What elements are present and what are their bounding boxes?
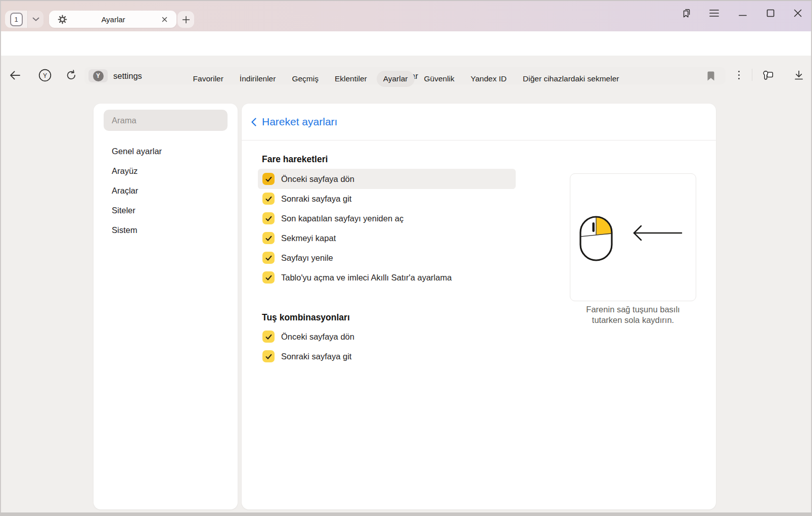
tab-count-badge: 1 xyxy=(10,13,23,26)
tab-counter-button[interactable]: 1 xyxy=(5,11,43,28)
check-icon xyxy=(265,196,273,202)
checkbox-checked[interactable] xyxy=(262,193,275,205)
check-icon xyxy=(265,255,273,261)
nav-item-favoriler[interactable]: Favoriler xyxy=(187,71,230,87)
gesture-row-tablo-akilli-satir[interactable]: Tablo'yu açma ve imleci Akıllı Satır'a a… xyxy=(258,267,516,288)
menu-icon xyxy=(709,9,719,18)
minimize-icon xyxy=(738,9,747,18)
mouse-wheel xyxy=(593,222,595,232)
menu-button[interactable] xyxy=(708,7,720,19)
close-icon xyxy=(162,17,167,22)
gesture-label: Sonraki sayfaya git xyxy=(281,194,351,204)
nav-item-ayarlar[interactable]: Ayarlar xyxy=(377,71,415,87)
checkbox-checked[interactable] xyxy=(262,331,275,343)
nav-item-diger-cihazlar[interactable]: Diğer cihazlardaki sekmeler xyxy=(516,71,625,87)
window-border-bottom xyxy=(0,512,812,516)
mouse-right-button-highlight xyxy=(596,217,611,235)
nav-item-gecmis[interactable]: Geçmiş xyxy=(285,71,325,87)
header-divider xyxy=(242,140,716,140)
back-to-settings-link[interactable]: Hareket ayarları xyxy=(251,114,337,130)
nav-item-eklentiler[interactable]: Eklentiler xyxy=(328,71,374,87)
tab-strip: 1 Ayarlar xyxy=(1,1,811,31)
tab-title: Ayarlar xyxy=(67,15,159,24)
new-tab-button[interactable] xyxy=(177,11,194,28)
sidebar-item-sistem[interactable]: Sistem xyxy=(94,220,238,240)
gesture-row-onceki-sayfaya-don[interactable]: Önceki sayfaya dön xyxy=(258,169,516,189)
side-panels-button[interactable] xyxy=(681,7,693,19)
browser-toolbar: Y Y settings Ayarlar xyxy=(1,31,811,56)
check-icon xyxy=(265,176,273,182)
checkbox-checked[interactable] xyxy=(262,173,275,185)
gesture-label: Sonraki sayfaya git xyxy=(281,352,351,361)
mouse-gesture-drawing xyxy=(570,174,696,301)
nav-item-yandex-id[interactable]: Yandex ID xyxy=(464,71,513,87)
key-combos-heading: Tuş kombinasyonları xyxy=(262,312,350,323)
caption-line-2: tutarken sola kaydırın. xyxy=(557,315,709,325)
panels-icon xyxy=(681,8,692,19)
mouse-gestures-heading: Fare hareketleri xyxy=(262,154,328,165)
maximize-icon xyxy=(766,9,775,18)
browser-window: 1 Ayarlar xyxy=(0,0,812,516)
gesture-row-sayfayi-yenile[interactable]: Sayfayı yenile xyxy=(258,248,516,268)
active-tab[interactable]: Ayarlar xyxy=(49,11,176,28)
checkbox-checked[interactable] xyxy=(262,350,275,362)
checkbox-checked[interactable] xyxy=(262,271,275,284)
check-icon xyxy=(265,235,273,242)
close-window-button[interactable] xyxy=(792,7,804,19)
chevron-down-icon xyxy=(32,17,39,21)
minimize-button[interactable] xyxy=(737,7,749,19)
tab-counter-segment[interactable]: 1 xyxy=(5,11,27,28)
chevron-left-icon xyxy=(251,118,256,126)
gesture-settings-panel: Hareket ayarları Fare hareketleri Önceki… xyxy=(242,104,716,509)
settings-nav: Favoriler İndirilenler Geçmiş Eklentiler… xyxy=(0,68,812,90)
checkbox-checked[interactable] xyxy=(262,252,275,264)
section-title: Hareket ayarları xyxy=(262,116,337,128)
check-icon xyxy=(265,334,273,340)
sidebar-item-arayuz[interactable]: Arayüz xyxy=(94,161,238,181)
search-box xyxy=(104,110,228,131)
gesture-illustration xyxy=(570,173,696,301)
gear-icon xyxy=(58,15,67,24)
gesture-label: Tablo'yu açma ve imleci Akıllı Satır'a a… xyxy=(281,273,452,283)
keycombo-row-sonraki-sayfaya-git[interactable]: Sonraki sayfaya git xyxy=(258,346,516,366)
check-icon xyxy=(265,353,273,360)
gesture-row-son-kapatilan[interactable]: Son kapatılan sayfayı yeniden aç xyxy=(258,208,516,228)
tab-close-button[interactable] xyxy=(159,14,169,24)
gesture-label: Sayfayı yenile xyxy=(281,253,333,263)
gesture-label: Sekmeyi kapat xyxy=(281,233,336,243)
close-icon xyxy=(793,9,802,18)
nav-item-guvenlik[interactable]: Güvenlik xyxy=(418,71,461,87)
illustration-caption: Farenin sağ tuşunu basılı tutarken sola … xyxy=(557,304,709,325)
gesture-label: Son kapatılan sayfayı yeniden aç xyxy=(281,214,403,223)
maximize-button[interactable] xyxy=(764,7,777,19)
search-input[interactable] xyxy=(104,110,228,131)
sidebar-item-siteler[interactable]: Siteler xyxy=(94,201,238,220)
nav-item-indirilenler[interactable]: İndirilenler xyxy=(233,71,283,87)
gesture-label: Önceki sayfaya dön xyxy=(281,174,354,184)
gesture-row-sonraki-sayfaya-git[interactable]: Sonraki sayfaya git xyxy=(258,189,516,209)
sidebar-item-araclar[interactable]: Araçlar xyxy=(94,181,238,201)
check-icon xyxy=(265,215,273,222)
check-icon xyxy=(265,274,273,281)
tab-list-dropdown[interactable] xyxy=(27,11,43,28)
caption-line-1: Farenin sağ tuşunu basılı xyxy=(557,304,709,315)
gesture-label: Önceki sayfaya dön xyxy=(281,332,354,342)
mouse-arrow-icon xyxy=(634,226,682,240)
gesture-row-sekmeyi-kapat[interactable]: Sekmeyi kapat xyxy=(258,228,516,248)
sidebar-item-genel-ayarlar[interactable]: Genel ayarlar xyxy=(94,142,238,161)
settings-sidebar: Genel ayarlar Arayüz Araçlar Siteler Sis… xyxy=(94,104,238,509)
new-tab-icon xyxy=(182,16,190,24)
keycombo-row-onceki-sayfaya-don[interactable]: Önceki sayfaya dön xyxy=(258,326,516,347)
checkbox-checked[interactable] xyxy=(262,212,275,224)
checkbox-checked[interactable] xyxy=(262,232,275,244)
